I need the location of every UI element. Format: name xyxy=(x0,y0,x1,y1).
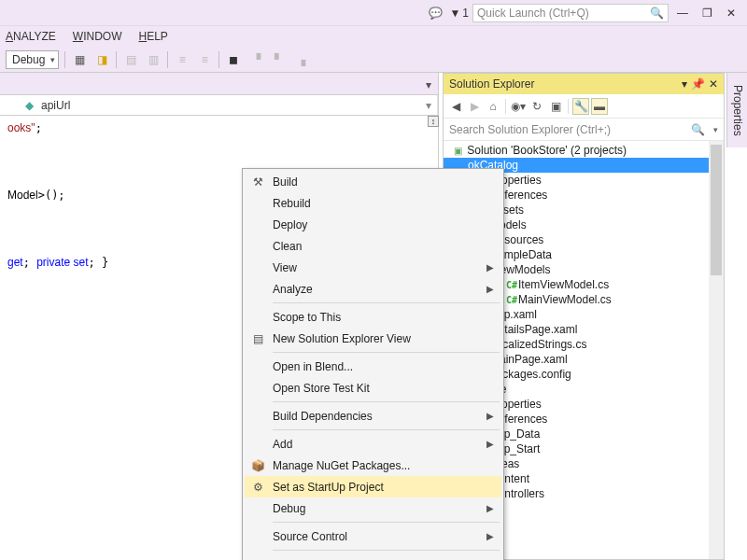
search-icon: 🔍 xyxy=(691,123,705,136)
solution-icon: ▣ xyxy=(451,146,464,156)
ctx-build-dependencies[interactable]: Build Dependencies▶ xyxy=(245,405,501,427)
ctx-build[interactable]: ⚒Build xyxy=(245,171,501,192)
toolbar-indent-icon: ▤ xyxy=(122,51,139,68)
ctx-rebuild[interactable]: Rebuild xyxy=(245,192,501,214)
nav-forward-icon: ▶ xyxy=(466,98,483,115)
ctx-clean[interactable]: Clean xyxy=(245,235,501,257)
new-view-icon: ▤ xyxy=(250,332,265,345)
sync-icon[interactable]: ◉▾ xyxy=(510,98,527,115)
ctx-deploy[interactable]: Deploy xyxy=(245,214,501,235)
panel-dropdown-icon[interactable]: ▾ xyxy=(682,77,687,91)
chevron-right-icon: ▶ xyxy=(486,411,494,421)
solution-search-input[interactable]: Search Solution Explorer (Ctrl+;) 🔍 ▾ xyxy=(444,119,724,141)
split-arrow-icon[interactable]: ▾ xyxy=(426,78,435,91)
menu-window[interactable]: WINDOW xyxy=(73,30,122,43)
ctx-analyze[interactable]: Analyze▶ xyxy=(245,278,501,300)
chevron-right-icon: ▶ xyxy=(486,284,494,294)
context-menu: ⚒BuildRebuildDeployCleanView▶Analyze▶Sco… xyxy=(242,168,504,560)
chevron-right-icon: ▶ xyxy=(486,503,494,513)
configuration-dropdown[interactable]: Debug xyxy=(6,50,59,69)
panel-close-icon[interactable]: ✕ xyxy=(709,77,718,91)
solution-explorer-toolbar: ◀ ▶ ⌂ ◉▾ ↻ ▣ 🔧 ▬ xyxy=(444,94,724,119)
ctx-view[interactable]: View▶ xyxy=(245,257,501,278)
menu-bar: ANALYZE WINDOW HELP xyxy=(0,26,747,47)
toolbar-highlight-icon[interactable]: ◨ xyxy=(93,51,110,68)
ctx-manage-nuget-packages[interactable]: 📦Manage NuGet Packages... xyxy=(245,455,501,476)
prev-bookmark-icon: ▝ xyxy=(247,51,264,68)
ctx-set-as-startup-project[interactable]: ⚙Set as StartUp Project xyxy=(245,476,501,497)
show-all-icon[interactable]: ▬ xyxy=(591,98,608,115)
ctx-source-control[interactable]: Source Control▶ xyxy=(245,525,501,547)
collapse-margin-icon[interactable]: ↕ xyxy=(428,116,439,127)
properties-tab[interactable]: Properties xyxy=(726,73,747,147)
menu-help[interactable]: HELP xyxy=(138,30,167,43)
search-options-icon[interactable]: ▾ xyxy=(713,125,718,134)
tree-scrollbar[interactable] xyxy=(709,141,724,559)
collapse-all-icon[interactable]: ▣ xyxy=(547,98,564,115)
solution-root[interactable]: ▣ Solution 'BookStore' (2 projects) xyxy=(444,143,724,158)
ctx-add[interactable]: Add▶ xyxy=(245,433,501,455)
editor-tab-bar xyxy=(0,73,438,95)
ctx-debug[interactable]: Debug▶ xyxy=(245,497,501,519)
ctx-open-in-blend[interactable]: Open in Blend... xyxy=(245,356,501,377)
quick-launch-input[interactable]: Quick Launch (Ctrl+Q) 🔍 xyxy=(472,4,669,22)
clear-bookmark-icon: ▗ xyxy=(292,51,309,68)
bookmark-icon[interactable]: ◼ xyxy=(225,51,242,68)
ctx-new-solution-explorer-view[interactable]: ▤New Solution Explorer View xyxy=(245,328,501,349)
notifications-flag[interactable]: ▼1 xyxy=(449,7,469,20)
toolbar-save-icon[interactable]: ▦ xyxy=(71,51,88,68)
field-icon: ◆ xyxy=(21,97,37,114)
build-icon: ⚒ xyxy=(250,175,265,189)
ctx-scope-to-this[interactable]: Scope to This xyxy=(245,306,501,328)
ctx-cut[interactable]: ✂CutCtrl+X xyxy=(245,553,501,560)
chevron-right-icon: ▶ xyxy=(486,439,494,449)
properties-icon[interactable]: 🔧 xyxy=(572,98,589,115)
nuget-icon: 📦 xyxy=(250,459,265,472)
nav-back-icon[interactable]: ◀ xyxy=(447,98,464,115)
restore-button[interactable]: ❐ xyxy=(697,3,717,23)
chevron-right-icon: ▶ xyxy=(486,531,494,541)
chevron-right-icon: ▶ xyxy=(486,262,494,273)
solution-explorer-title[interactable]: Solution Explorer ▾ 📌 ✕ xyxy=(444,74,724,94)
ctx-open-store-test-kit[interactable]: Open Store Test Kit xyxy=(245,377,501,399)
refresh-icon[interactable]: ↻ xyxy=(529,98,545,115)
toolbar-outdent-icon: ▥ xyxy=(145,51,162,68)
menu-analyze[interactable]: ANALYZE xyxy=(6,30,56,43)
minimize-button[interactable]: — xyxy=(672,3,693,23)
home-icon[interactable]: ⌂ xyxy=(485,98,501,115)
next-bookmark-icon: ▘ xyxy=(270,51,287,68)
toolbar-align-left-icon: ≡ xyxy=(174,51,190,68)
code-body[interactable]: ooks";Model>();get; private set; } xyxy=(0,112,116,278)
gear-icon: ⚙ xyxy=(250,481,265,494)
search-icon: 🔍 xyxy=(650,7,664,20)
title-bar: 💬 ▼1 Quick Launch (Ctrl+Q) 🔍 — ❐ ✕ xyxy=(0,0,747,26)
toolbar-align-right-icon: ≡ xyxy=(196,51,213,68)
feedback-icon[interactable]: 💬 xyxy=(425,3,445,23)
close-button[interactable]: ✕ xyxy=(721,3,741,23)
panel-pin-icon[interactable]: 📌 xyxy=(691,77,705,91)
main-toolbar: Debug ▦ ◨ ▤ ▥ ≡ ≡ ◼ ▝ ▘ ▗ xyxy=(0,47,747,73)
